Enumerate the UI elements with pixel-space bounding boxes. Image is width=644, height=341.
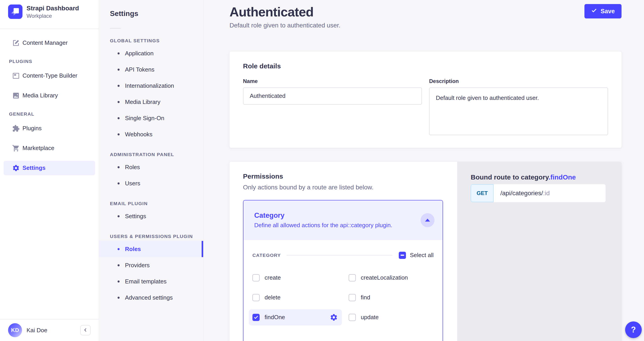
select-all-checkbox[interactable] bbox=[399, 252, 406, 259]
action-findOne[interactable]: findOne bbox=[252, 307, 349, 327]
user-footer: KD Kai Doe bbox=[0, 319, 99, 341]
settings-nav-item-up-roles[interactable]: Roles bbox=[99, 241, 203, 257]
permissions-section: Permissions Only actions bound by a rout… bbox=[230, 162, 622, 341]
sidebar-item-label: Plugins bbox=[22, 125, 42, 132]
bound-route-title: Bound route to category.findOne bbox=[471, 173, 622, 181]
name-field[interactable] bbox=[243, 88, 422, 105]
save-button[interactable]: Save bbox=[584, 4, 622, 19]
action-createLocalization[interactable]: createLocalization bbox=[349, 268, 434, 288]
role-details-card: Role details Name Description Default ro… bbox=[230, 52, 622, 148]
bullet-icon bbox=[118, 280, 120, 282]
collapse-sidebar-button[interactable] bbox=[80, 325, 90, 335]
settings-nav-item-application[interactable]: Application bbox=[99, 45, 203, 61]
section-title: GLOBAL SETTINGS bbox=[99, 38, 203, 44]
description-field-group: Description Default role given to authen… bbox=[429, 78, 608, 136]
name-field-group: Name bbox=[243, 78, 422, 136]
avatar[interactable]: KD bbox=[8, 323, 22, 337]
section-users-permissions-plugin: USERS & PERMISSIONS PLUGIN Roles Provide… bbox=[99, 234, 203, 306]
bullet-icon bbox=[118, 166, 120, 168]
category-group-row: CATEGORY Select all bbox=[252, 251, 434, 260]
description-field[interactable]: Default role given to authenticated user… bbox=[429, 88, 608, 135]
bullet-icon bbox=[118, 182, 120, 184]
settings-nav-title: Settings bbox=[99, 10, 203, 18]
divider bbox=[286, 255, 392, 255]
settings-nav-item-internationalization[interactable]: Internationalization bbox=[99, 78, 203, 94]
question-mark-icon: ? bbox=[631, 325, 636, 334]
role-details-form: Name Description Default role given to a… bbox=[243, 78, 608, 136]
workspace-name: Workplace bbox=[26, 13, 79, 19]
settings-nav-label: Providers bbox=[125, 262, 150, 269]
layout-icon bbox=[12, 72, 20, 80]
description-label: Description bbox=[429, 78, 608, 84]
sidebar-item-media-library[interactable]: Media Library bbox=[4, 88, 95, 103]
category-accordion-description: Define all allowed actions for the api::… bbox=[254, 222, 392, 229]
bullet-icon bbox=[118, 215, 120, 217]
findOne-checkbox[interactable] bbox=[252, 314, 260, 321]
page-title: Authenticated bbox=[230, 5, 622, 20]
sidebar-item-plugins[interactable]: Plugins bbox=[4, 121, 95, 136]
action-label: update bbox=[361, 314, 379, 321]
sidebar-item-content-type-builder[interactable]: Content-Type Builder bbox=[4, 69, 95, 83]
settings-nav-item-admin-roles[interactable]: Roles bbox=[99, 159, 203, 175]
action-delete[interactable]: delete bbox=[252, 288, 349, 307]
settings-nav-label: Users bbox=[125, 180, 140, 187]
check-icon bbox=[591, 8, 597, 15]
route-path-param: :id bbox=[543, 190, 550, 197]
image-icon bbox=[12, 92, 20, 99]
settings-nav-item-api-tokens[interactable]: API Tokens bbox=[99, 61, 203, 78]
createLocalization-checkbox[interactable] bbox=[349, 274, 356, 281]
sidebar-item-content-manager[interactable]: Content Manager bbox=[4, 36, 95, 50]
findOne-settings-cog-icon[interactable] bbox=[330, 313, 338, 321]
sidebar-item-label: Content-Type Builder bbox=[22, 72, 77, 79]
settings-nav-label: Internationalization bbox=[125, 82, 174, 89]
sidebar-item-label: Settings bbox=[22, 164, 46, 171]
sidebar-item-settings[interactable]: Settings bbox=[4, 161, 95, 175]
chevron-left-icon bbox=[83, 327, 88, 333]
settings-nav-item-email-settings[interactable]: Settings bbox=[99, 208, 203, 224]
delete-checkbox[interactable] bbox=[252, 294, 260, 301]
settings-nav-item-single-sign-on[interactable]: Single Sign-On bbox=[99, 110, 203, 126]
category-group-label: CATEGORY bbox=[252, 253, 281, 258]
settings-nav-label: Advanced settings bbox=[125, 294, 173, 301]
main-sidebar: Strapi Dashboard Workplace Content Manag… bbox=[0, 0, 99, 341]
bullet-icon bbox=[118, 69, 120, 71]
settings-nav-item-media-library[interactable]: Media Library bbox=[99, 94, 203, 110]
workspace-header[interactable]: Strapi Dashboard Workplace bbox=[0, 0, 99, 19]
settings-nav-label: Roles bbox=[125, 246, 141, 253]
bullet-icon bbox=[118, 297, 120, 299]
nav-section-general: GENERAL bbox=[9, 111, 95, 117]
app-title: Strapi Dashboard bbox=[26, 5, 79, 12]
bound-route-panel: Bound route to category.findOne GET /api… bbox=[457, 162, 622, 341]
settings-nav-item-email-templates[interactable]: Email templates bbox=[99, 273, 203, 289]
action-create[interactable]: create bbox=[252, 268, 349, 288]
category-accordion-header[interactable]: Category Define all allowed actions for … bbox=[244, 200, 442, 240]
bullet-icon bbox=[118, 101, 120, 103]
settings-nav-item-advanced-settings[interactable]: Advanced settings bbox=[99, 289, 203, 306]
select-all-control[interactable]: Select all bbox=[399, 252, 434, 259]
settings-nav-label: Webhooks bbox=[125, 131, 152, 138]
cart-icon bbox=[12, 144, 20, 152]
action-update[interactable]: update bbox=[349, 307, 434, 327]
workspace-text: Strapi Dashboard Workplace bbox=[26, 5, 79, 19]
settings-nav-item-providers[interactable]: Providers bbox=[99, 257, 203, 273]
divider bbox=[110, 28, 121, 29]
help-button[interactable]: ? bbox=[625, 321, 642, 338]
settings-nav-item-webhooks[interactable]: Webhooks bbox=[99, 126, 203, 142]
settings-nav-item-admin-users[interactable]: Users bbox=[99, 175, 203, 191]
settings-nav-label: Roles bbox=[125, 164, 140, 171]
settings-nav-label: Settings bbox=[125, 213, 146, 220]
findOne-selected-row[interactable]: findOne bbox=[249, 309, 342, 325]
action-label: create bbox=[264, 274, 281, 281]
route-path: /api/categories/:id bbox=[494, 184, 550, 202]
edit-icon bbox=[12, 39, 20, 47]
update-checkbox[interactable] bbox=[349, 314, 356, 321]
settings-nav-label: Application bbox=[125, 50, 154, 57]
select-all-label: Select all bbox=[410, 252, 434, 259]
collapse-accordion-button[interactable] bbox=[420, 213, 434, 227]
page-subtitle: Default role given to authenticated user… bbox=[230, 22, 622, 29]
find-checkbox[interactable] bbox=[349, 294, 356, 301]
create-checkbox[interactable] bbox=[252, 274, 260, 281]
action-find[interactable]: find bbox=[349, 288, 434, 307]
sidebar-item-marketplace[interactable]: Marketplace bbox=[4, 141, 95, 155]
app-root: Strapi Dashboard Workplace Content Manag… bbox=[0, 0, 644, 341]
